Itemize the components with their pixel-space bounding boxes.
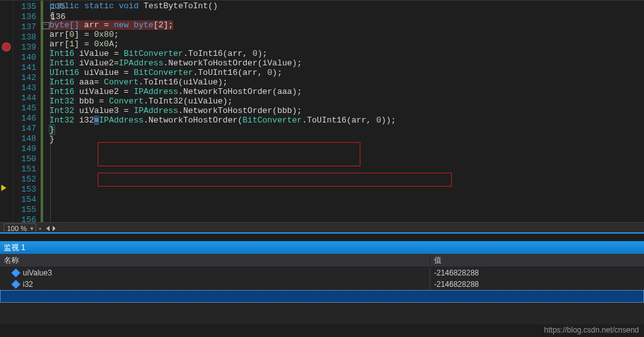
brace: }: [49, 135, 55, 144]
watch-col-name[interactable]: 名称: [0, 254, 430, 267]
keyword: new: [114, 20, 128, 30]
separator: •: [39, 225, 41, 232]
method-name: TestByteToInt(): [138, 1, 218, 11]
glyph-margin[interactable]: [0, 1, 13, 223]
var-name: i32: [23, 280, 33, 289]
watch-grid[interactable]: 名称 值 uiValue3 -2146828288 i32 -214682828…: [0, 254, 644, 324]
watch-col-value[interactable]: 值: [430, 254, 644, 267]
var-value: -2146828288: [434, 280, 479, 289]
watch-new-row[interactable]: [0, 290, 644, 303]
svg-marker-1: [53, 226, 55, 231]
var-value: -2146828288: [434, 268, 479, 277]
fold-toggle[interactable]: −: [43, 22, 49, 29]
brace: {: [49, 11, 55, 20]
var-name: uiValue3: [23, 268, 52, 277]
chevron-down-icon: ▼: [29, 226, 34, 232]
breakpoint-dot[interactable]: [2, 43, 11, 51]
panel-splitter[interactable]: [0, 232, 644, 234]
keyword: static: [84, 1, 114, 11]
svg-marker-0: [46, 226, 49, 231]
code-text-layer[interactable]: public static void TestByteToInt() { byt…: [49, 1, 644, 144]
watch-header-row: 名称 值: [0, 254, 644, 267]
watch-row[interactable]: uiValue3 -2146828288: [0, 267, 644, 279]
brace: }: [49, 125, 55, 135]
line-numbers: 1351361371381391401411421431441451461471…: [13, 1, 39, 223]
variable-icon: [11, 280, 20, 289]
zoom-label: 100 %: [7, 225, 27, 232]
keyword: void: [119, 1, 138, 11]
watch-panel-title[interactable]: 监视 1: [0, 241, 644, 254]
watch-row[interactable]: i32 -2146828288: [0, 279, 644, 290]
watch-add-input[interactable]: [1, 291, 643, 301]
type: byte[]: [49, 20, 79, 30]
watch-title-text: 监视 1: [4, 242, 25, 253]
nav-arrows[interactable]: [44, 224, 55, 233]
watermark: https://blog.csdn.net/cnsend: [544, 326, 639, 334]
keyword: public: [49, 1, 79, 11]
variable-icon: [11, 268, 20, 277]
current-line-arrow: [1, 185, 6, 191]
